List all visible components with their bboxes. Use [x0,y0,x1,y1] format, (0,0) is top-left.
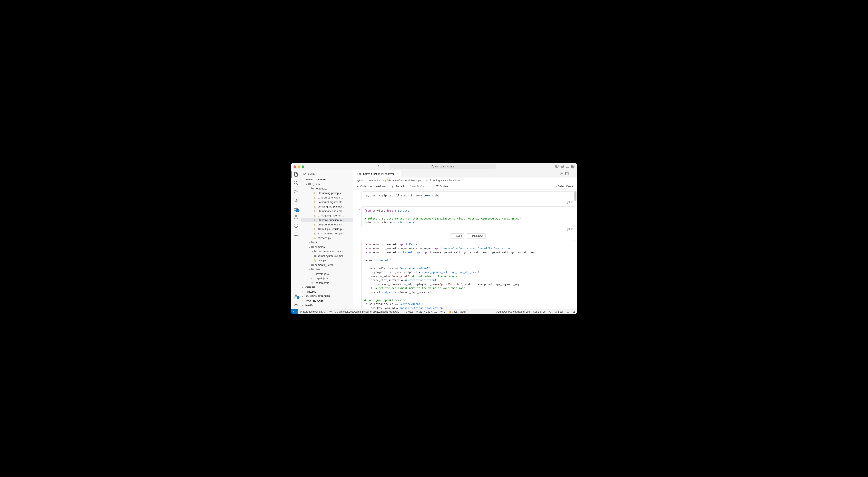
sidebar-section[interactable]: ›MAVEN [301,303,353,307]
layout-sidebar-left-icon[interactable] [555,165,559,169]
status-branch[interactable]: java-development [298,310,328,313]
tree-file[interactable]: { }04-kernel-arguments... [301,200,353,204]
radio-icon [440,310,443,313]
status-copilot[interactable] [328,310,334,313]
status-problems[interactable]: 22 153 19 [414,310,439,313]
tree-file[interactable]: 🐍services.py [301,236,353,240]
insert-code-button[interactable]: ＋Code [451,233,464,239]
sync-icon[interactable] [323,310,326,313]
status-tests[interactable]: 0 tests [401,310,414,313]
code-cell[interactable]: from services import Service # Select a … [361,206,575,231]
tree-folder[interactable]: ›tests [301,267,353,272]
chevron-down-icon[interactable] [358,208,361,211]
sidebar-section[interactable]: ›TIMELINE [301,290,353,294]
tree-folder[interactable]: ⌄python [301,182,353,186]
tree-folder[interactable]: ⌄samples [301,245,353,249]
tree-folder[interactable]: ⌄notebooks [301,186,353,191]
split-editor-icon[interactable] [565,172,568,176]
status-cell-position[interactable]: Cell 1 of 36 [532,310,547,313]
folder-icon [314,254,317,258]
svg-rect-3 [566,165,569,168]
tab-close-icon[interactable]: × [397,172,398,175]
tree-file[interactable]: .coveragerc [301,272,353,276]
activity-debug-icon[interactable] [293,198,299,203]
tree-folder[interactable]: ›semantic_kernel [301,263,353,267]
tree-file[interactable]: { }05-using-the-planner-... [301,204,353,209]
notebook-body[interactable]: !python -m pip install semantic-kernel==… [353,190,577,309]
configure-icon[interactable] [560,172,563,176]
status-bell-icon[interactable] [571,310,577,313]
code-cell[interactable]: !python -m pip install semantic-kernel==… [361,191,575,204]
status-spell[interactable]: Spell [553,310,565,313]
breadcrumb-part[interactable]: notebooks [368,179,380,182]
code-cell[interactable]: from semantic_kernel import Kernel from … [361,240,575,309]
svg-point-0 [432,166,433,167]
cell-input[interactable]: !python -m pip install semantic-kernel==… [361,191,575,200]
activity-accounts-icon[interactable]: 1 [293,293,299,298]
breadcrumb-part[interactable]: python [356,179,364,182]
tree-folder[interactable]: ›kernel-syntax-exampl... [301,254,353,258]
status-java[interactable]: 👍 Java: Ready [447,310,468,313]
tree-file[interactable]: { }06-memory-and-emb... [301,209,353,213]
activity-azure-icon[interactable] [293,223,299,228]
status-azure-openai[interactable]: AzureOpenAI: text-davinci-003 [495,310,531,313]
nav-forward-icon[interactable] [382,165,385,169]
cell-run-gutter[interactable] [355,208,361,211]
workspace-root[interactable]: ⌄SEMANTIC-KERNEL [301,177,353,182]
cell-input[interactable]: from semantic_kernel import Kernel from … [361,240,575,309]
sidebar-more-icon[interactable]: ··· [347,173,350,175]
tree-file[interactable]: { }02-running-prompts-... [301,191,353,195]
tree-file[interactable]: { }08-native-function-inl... [301,218,353,222]
close-window[interactable] [293,166,296,168]
activity-explorer-icon[interactable] [293,172,299,177]
cell-input[interactable]: from services import Service # Select a … [361,206,575,227]
layout-panel-icon[interactable] [561,165,564,169]
tree-file[interactable]: 🐍utils.py [301,258,353,263]
tree-file[interactable]: { }09-groundedness-ch... [301,222,353,227]
activity-extensions-icon[interactable]: 10 [293,206,299,211]
breadcrumbs[interactable]: python › notebooks › { } 08-native-funct… [353,177,577,183]
svg-rect-16 [296,207,298,208]
sidebar-section[interactable]: ›SOLUTION EXPLORER [301,294,353,299]
breadcrumb-part[interactable]: 08-native-function-inline.ipynb [387,179,422,182]
tree-folder[interactable]: ›documentation_exam... [301,249,353,254]
breadcrumb-part[interactable]: Running Native Functions [430,179,460,182]
nav-back-icon[interactable] [377,165,380,169]
status-pr[interactable]: MicrosoftDocs/semantic-kernel-pr#202 nee… [334,310,401,313]
outline-button[interactable]: ☰Outline [436,185,448,188]
minimize-window[interactable] [298,166,300,168]
tree-file[interactable]: { }11-streaming-complet... [301,231,353,236]
layout-sidebar-right-icon[interactable] [566,165,569,169]
select-kernel-button[interactable]: Select Kernel [558,185,574,188]
insert-markdown-button[interactable]: ＋Markdown [467,233,486,239]
tree-file[interactable]: .editorconfig [301,280,353,285]
tree-file[interactable]: { }07-hugging-face-for-... [301,213,353,218]
activity-search-icon[interactable] [293,180,299,185]
layout-customize-icon[interactable] [571,165,575,169]
activity-scm-icon[interactable] [293,189,299,194]
clear-outputs-button[interactable]: ≡Clear All Outputs [407,185,430,188]
add-markdown-cell-button[interactable]: ＋Markdown [370,185,385,188]
zoom-window[interactable] [302,166,304,168]
status-livesahre-icon[interactable] [547,310,553,313]
activity-testing-icon[interactable] [293,215,299,220]
more-actions-icon[interactable]: ··· [571,172,575,175]
sidebar-section[interactable]: ›JAVA PROJECTS [301,299,353,303]
tree-file[interactable]: { }.cspell.json [301,276,353,280]
activity-settings-icon[interactable] [293,302,299,307]
tree-item-label: 05-using-the-planner-... [318,205,345,208]
status-ports[interactable]: 0 [439,310,447,313]
run-all-button[interactable]: ▷Run All [392,185,404,188]
editor-tab[interactable]: { } 08-native-function-inline.ipynb × [353,170,401,177]
tree-folder[interactable]: ›pip [301,240,353,245]
tree-file[interactable]: { }10-multiple-results-p... [301,227,353,231]
command-center[interactable]: semantic-kernel [390,164,496,169]
run-cell-icon[interactable] [355,208,358,211]
remote-indicator[interactable] [291,309,298,314]
activity-chat-icon[interactable] [293,232,299,237]
status-prettier-icon[interactable] [565,310,571,313]
tree-file[interactable]: { }03-prompt-function-i... [301,195,353,200]
more-icon[interactable]: ··· [452,185,455,188]
add-code-cell-button[interactable]: ＋Code [356,185,366,188]
sidebar-section[interactable]: ›OUTLINE [301,285,353,290]
